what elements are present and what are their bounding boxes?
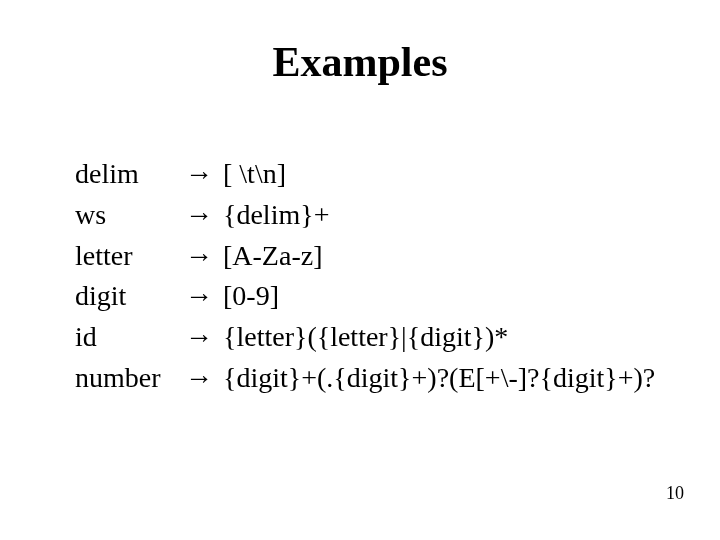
arrow-icon: → [183,237,223,278]
rule-rhs: {digit}+(.{digit}+)?(E[+\-]?{digit}+)? [223,359,663,400]
rule-row: ws → {delim}+ [75,196,663,237]
rules-table: delim → [ \t\n] ws → {delim}+ letter → [… [75,155,663,400]
rule-name: delim [75,155,183,196]
rule-name: letter [75,237,183,278]
arrow-icon: → [183,277,223,318]
rule-row: digit → [0-9] [75,277,663,318]
page-number: 10 [666,483,684,504]
rule-rhs: {letter}({letter}|{digit})* [223,318,663,359]
arrow-icon: → [183,359,223,400]
arrow-icon: → [183,196,223,237]
rule-row: id → {letter}({letter}|{digit})* [75,318,663,359]
rule-name: ws [75,196,183,237]
rule-name: digit [75,277,183,318]
rule-row: number → {digit}+(.{digit}+)?(E[+\-]?{di… [75,359,663,400]
arrow-icon: → [183,155,223,196]
rule-row: letter → [A-Za-z] [75,237,663,278]
rule-rhs: [0-9] [223,277,663,318]
slide: Examples delim → [ \t\n] ws → {delim}+ l… [0,0,720,540]
rules-block: delim → [ \t\n] ws → {delim}+ letter → [… [75,155,663,400]
rule-rhs: [ \t\n] [223,155,663,196]
rule-rhs: [A-Za-z] [223,237,663,278]
rule-name: number [75,359,183,400]
arrow-icon: → [183,318,223,359]
rule-name: id [75,318,183,359]
slide-title: Examples [0,38,720,86]
rule-rhs: {delim}+ [223,196,663,237]
rule-row: delim → [ \t\n] [75,155,663,196]
